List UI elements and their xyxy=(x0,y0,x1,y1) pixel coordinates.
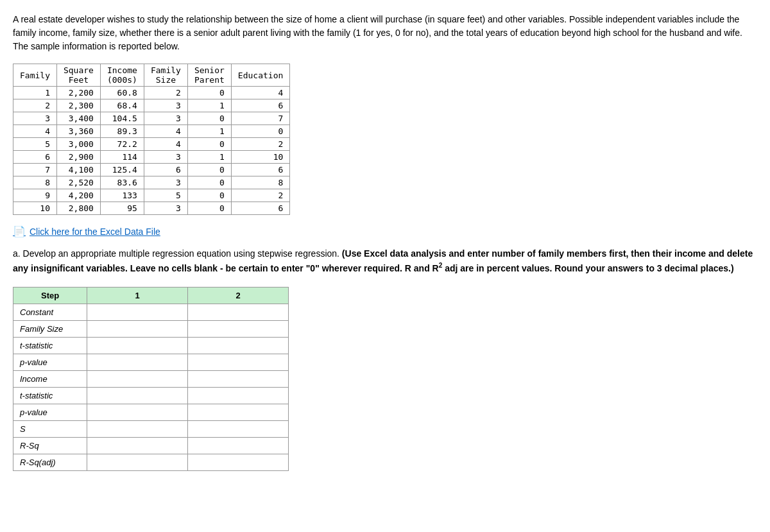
step-col-2-header: 2 xyxy=(188,287,289,304)
data-table-wrapper: Family SquareFeet Income(000s) FamilySiz… xyxy=(13,64,757,215)
table-cell: 114 xyxy=(100,151,144,164)
step-input-cell[interactable] xyxy=(188,438,289,454)
step-input-cell[interactable] xyxy=(87,304,188,321)
table-cell: 7 xyxy=(13,164,57,176)
table-cell: 2,200 xyxy=(56,87,100,99)
table-cell: 5 xyxy=(13,138,57,151)
step-input-cell[interactable] xyxy=(87,438,188,454)
table-cell: 8 xyxy=(231,176,289,189)
table-cell: 133 xyxy=(100,189,144,202)
table-cell: 4,200 xyxy=(56,189,100,202)
table-cell: 3 xyxy=(144,202,187,215)
intro-paragraph: A real estate developer wishes to study … xyxy=(13,13,757,53)
table-cell: 0 xyxy=(187,164,231,176)
table-cell: 2 xyxy=(13,99,57,112)
table-cell: 2,900 xyxy=(56,151,100,164)
excel-icon: 📄 xyxy=(13,225,26,237)
table-cell: 6 xyxy=(231,202,289,215)
step-input-cell[interactable] xyxy=(87,338,188,354)
table-cell: 6 xyxy=(231,164,289,176)
table-cell: 6 xyxy=(144,164,187,176)
table-cell: 0 xyxy=(187,87,231,99)
table-cell: 3,360 xyxy=(56,125,100,138)
step-input-cell[interactable] xyxy=(188,404,289,421)
table-cell: 0 xyxy=(187,176,231,189)
step-input-cell[interactable] xyxy=(87,454,188,471)
table-cell: 104.5 xyxy=(100,112,144,125)
step-input-cell[interactable] xyxy=(188,321,289,338)
table-cell: 5 xyxy=(144,189,187,202)
table-cell: 10 xyxy=(13,202,57,215)
table-cell: 89.3 xyxy=(100,125,144,138)
table-cell: 4,100 xyxy=(56,164,100,176)
col-header-income: Income(000s) xyxy=(100,64,144,87)
table-cell: 10 xyxy=(231,151,289,164)
col-header-education: Education xyxy=(231,64,289,87)
table-cell: 2,800 xyxy=(56,202,100,215)
step-row-label: S xyxy=(13,421,87,438)
step-row-label: p-value xyxy=(13,404,87,421)
table-cell: 1 xyxy=(187,151,231,164)
table-cell: 4 xyxy=(144,125,187,138)
table-cell: 0 xyxy=(187,189,231,202)
step-input-cell[interactable] xyxy=(188,388,289,404)
table-cell: 4 xyxy=(144,138,187,151)
table-cell: 0 xyxy=(187,138,231,151)
table-cell: 9 xyxy=(13,189,57,202)
step-table: Step 1 2 ConstantFamily Sizet-statisticp… xyxy=(13,287,289,471)
table-cell: 2,520 xyxy=(56,176,100,189)
step-input-cell[interactable] xyxy=(188,371,289,388)
step-row-label: Family Size xyxy=(13,321,87,338)
table-cell: 2 xyxy=(144,87,187,99)
table-cell: 3,400 xyxy=(56,112,100,125)
step-input-cell[interactable] xyxy=(87,404,188,421)
col-header-sqft: SquareFeet xyxy=(56,64,100,87)
step-input-cell[interactable] xyxy=(87,388,188,404)
table-cell: 125.4 xyxy=(100,164,144,176)
table-cell: 0 xyxy=(187,202,231,215)
step-table-wrapper: Step 1 2 ConstantFamily Sizet-statisticp… xyxy=(13,287,757,471)
table-cell: 3 xyxy=(144,151,187,164)
table-cell: 68.4 xyxy=(100,99,144,112)
table-cell: 4 xyxy=(231,87,289,99)
table-cell: 83.6 xyxy=(100,176,144,189)
step-input-cell[interactable] xyxy=(87,421,188,438)
col-header-family: Family xyxy=(13,64,57,87)
excel-link[interactable]: 📄 Click here for the Excel Data File xyxy=(13,225,757,237)
step-input-cell[interactable] xyxy=(87,321,188,338)
step-row-label: R-Sq xyxy=(13,438,87,454)
table-cell: 1 xyxy=(187,125,231,138)
table-cell: 3 xyxy=(144,176,187,189)
table-cell: 6 xyxy=(13,151,57,164)
table-cell: 3 xyxy=(144,112,187,125)
step-row-label: t-statistic xyxy=(13,338,87,354)
table-cell: 7 xyxy=(231,112,289,125)
table-cell: 3,000 xyxy=(56,138,100,151)
step-input-cell[interactable] xyxy=(188,354,289,371)
step-row-label: Income xyxy=(13,371,87,388)
step-input-cell[interactable] xyxy=(87,354,188,371)
col-header-senior: SeniorParent xyxy=(187,64,231,87)
col-header-family-size: FamilySize xyxy=(144,64,187,87)
step-input-cell[interactable] xyxy=(188,421,289,438)
instruction-prefix: a. Develop an appropriate multiple regre… xyxy=(13,248,339,259)
step-row-label: Constant xyxy=(13,304,87,321)
step-input-cell[interactable] xyxy=(87,371,188,388)
table-cell: 0 xyxy=(187,112,231,125)
table-cell: 2,300 xyxy=(56,99,100,112)
step-col-header: Step xyxy=(13,287,87,304)
table-cell: 3 xyxy=(13,112,57,125)
table-cell: 95 xyxy=(100,202,144,215)
table-cell: 2 xyxy=(231,189,289,202)
step-row-label: t-statistic xyxy=(13,388,87,404)
step-input-cell[interactable] xyxy=(188,454,289,471)
table-cell: 8 xyxy=(13,176,57,189)
table-cell: 60.8 xyxy=(100,87,144,99)
step-input-cell[interactable] xyxy=(188,304,289,321)
step-input-cell[interactable] xyxy=(188,338,289,354)
step-row-label: R-Sq(adj) xyxy=(13,454,87,471)
excel-link-text[interactable]: Click here for the Excel Data File xyxy=(30,227,160,237)
table-cell: 1 xyxy=(187,99,231,112)
table-cell: 4 xyxy=(13,125,57,138)
table-cell: 0 xyxy=(231,125,289,138)
